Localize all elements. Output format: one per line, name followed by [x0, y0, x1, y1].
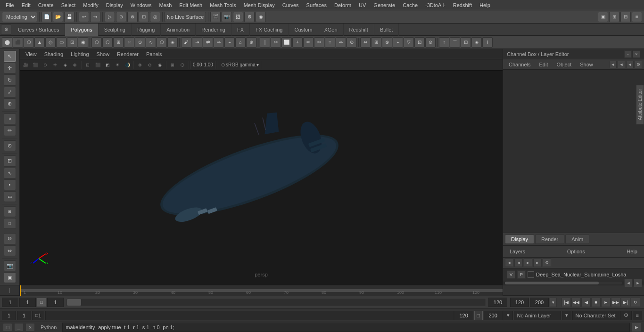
vp-xray-btn[interactable]: ⊗ — [135, 60, 145, 70]
vp-menu-shading[interactable]: Shading — [41, 50, 67, 58]
anim-layer-label[interactable]: No Anim Layer — [514, 311, 561, 320]
pipe-btn[interactable]: ⊙ — [135, 37, 145, 48]
layers-scroll-right2-btn[interactable]: ► — [533, 259, 542, 267]
uv-btn[interactable]: ⊡ — [461, 37, 471, 48]
go-to-end-btn[interactable]: ▶| — [621, 298, 630, 307]
menu-file[interactable]: File — [2, 1, 18, 9]
cube-btn[interactable]: ⬛ — [13, 37, 23, 48]
append-btn[interactable]: + — [292, 37, 303, 48]
vp-menu-lighting[interactable]: Lighting — [67, 50, 93, 58]
snap-btn[interactable]: ⊡ — [139, 12, 149, 22]
scatter-btn[interactable]: ⁙ — [124, 37, 134, 48]
char-set-settings-btn[interactable]: ⚙ — [620, 311, 632, 320]
step-back-btn[interactable]: ◀◀ — [571, 298, 581, 307]
transform-btn[interactable]: ⊕ — [4, 98, 16, 109]
fill-hole-btn[interactable]: ⬜ — [281, 37, 292, 48]
status-field2[interactable] — [17, 311, 31, 320]
vp-solid-btn[interactable]: ⬛ — [93, 60, 102, 70]
combine-btn[interactable]: ⊞ — [371, 37, 381, 48]
snap-to-pt-btn[interactable]: • — [4, 179, 16, 190]
layer-visibility-btn[interactable]: V — [507, 270, 515, 279]
menu-edit[interactable]: Edit — [18, 1, 34, 9]
menu-mesh[interactable]: Mesh — [155, 1, 175, 9]
tab-fx-caching[interactable]: FX Caching — [250, 24, 289, 36]
color-btn[interactable]: ◈ — [471, 37, 482, 48]
vp-snap-btn[interactable]: ✛ — [50, 60, 60, 70]
retopo-btn[interactable]: ⊡ — [414, 37, 425, 48]
poly-icon-btn[interactable]: ▣ — [4, 272, 16, 283]
unit-dropdown-btn[interactable]: ▾ — [504, 311, 513, 320]
vp-shadow-btn[interactable]: 🌒 — [123, 60, 132, 70]
end-frame-field[interactable] — [47, 298, 64, 307]
vp-menu-show[interactable]: Show — [93, 50, 114, 58]
vp-cam3-btn[interactable]: ⊙ — [41, 60, 50, 70]
layers-help[interactable]: Help — [624, 248, 640, 255]
tab-xgen[interactable]: XGen — [318, 24, 343, 36]
camera-btn[interactable]: 📷 — [4, 260, 16, 271]
vp-light-btn[interactable]: ☀ — [113, 60, 122, 70]
save-file-btn[interactable]: 💾 — [64, 12, 74, 22]
soccer-btn[interactable]: ⬡ — [157, 37, 167, 48]
attr-btn[interactable]: ⁞ — [482, 37, 493, 48]
start-frame-field[interactable] — [19, 298, 36, 307]
lasso-select-btn[interactable]: ⌖ — [4, 113, 16, 124]
extrude-btn[interactable]: ⇥ — [192, 37, 202, 48]
vp-texture-btn[interactable]: ◩ — [103, 60, 112, 70]
undo-btn[interactable]: ↩ — [79, 12, 89, 22]
layers-options[interactable]: Options — [564, 248, 588, 255]
bevel-btn[interactable]: ⌂ — [235, 37, 246, 48]
vp-snp2-btn[interactable]: ◈ — [60, 60, 70, 70]
layers-scroll-left-btn[interactable]: ◄ — [505, 259, 513, 267]
menu-curves[interactable]: Curves — [279, 1, 303, 9]
script-run-btn[interactable]: ▶ — [632, 323, 641, 332]
panel-btn1[interactable]: ▣ — [598, 12, 608, 22]
command-line[interactable] — [45, 311, 453, 320]
range-end-field[interactable] — [530, 298, 549, 307]
script-input[interactable] — [62, 323, 630, 332]
tab-rigging[interactable]: Rigging — [132, 24, 161, 36]
cb-scroll-up2-btn[interactable]: ◄ — [618, 61, 625, 68]
channel-box-minimize-btn[interactable]: - — [624, 50, 632, 58]
current-frame-field[interactable] — [2, 298, 18, 307]
tab-fx[interactable]: FX — [231, 24, 250, 36]
layer-item[interactable]: V P Deep_Sea_Nuclear_Submarine_Losha — [503, 268, 644, 281]
layers-scrollbar[interactable]: ◄ ► — [503, 281, 644, 285]
offset-edge-btn[interactable]: ≡ — [325, 37, 335, 48]
workspace-dropdown[interactable]: Modeling — [2, 12, 37, 22]
menu-deform[interactable]: Deform — [330, 1, 355, 9]
vp-highlight-btn[interactable]: ◉ — [155, 60, 165, 70]
panel-btn4[interactable]: ≡ — [632, 12, 642, 22]
vp-isolate-btn[interactable]: ⊙ — [145, 60, 155, 70]
knife-btn[interactable]: ✂ — [271, 37, 281, 48]
end-frame-input[interactable] — [454, 311, 473, 320]
merge-btn[interactable]: ⇒ — [214, 37, 224, 48]
subdiv-btn[interactable]: ⬡ — [91, 37, 102, 48]
mirror-btn[interactable]: ⇔ — [360, 37, 371, 48]
menu-edit-mesh[interactable]: Edit Mesh — [175, 1, 206, 9]
subdiv2-btn[interactable]: ⬡ — [102, 37, 113, 48]
cb-channels-menu[interactable]: Channels — [505, 61, 534, 68]
special-btn[interactable]: ⊡ — [67, 37, 77, 48]
close-window-btn[interactable]: × — [25, 323, 35, 332]
layers-scroll-left2-btn[interactable]: ◄ — [514, 259, 523, 267]
timeline-ruler[interactable]: 1 10 20 30 40 50 60 70 80 90 100 110 120 — [20, 285, 503, 296]
viewport-canvas[interactable]: persp X Y Z — [20, 71, 503, 285]
cb-edit-menu[interactable]: Edit — [535, 61, 552, 68]
layers-scroll-right-btn[interactable]: ► — [524, 259, 532, 267]
soft-select-btn[interactable]: ⊚ — [4, 233, 16, 244]
vp-menu-renderer[interactable]: Renderer — [113, 50, 142, 58]
smooth-btn[interactable]: ⌁ — [224, 37, 235, 48]
menu-modify[interactable]: Modify — [79, 1, 102, 9]
tab-rendering[interactable]: Rendering — [196, 24, 231, 36]
menu-display[interactable]: Display — [102, 1, 127, 9]
vp-hud-btn[interactable]: ⬡ — [178, 60, 187, 70]
vp-grid-btn[interactable]: ⊞ — [168, 60, 177, 70]
panel-btn3[interactable]: ⊟ — [620, 12, 631, 22]
display-tab[interactable]: Display — [505, 235, 534, 244]
new-file-btn[interactable]: 📄 — [41, 12, 52, 22]
render4-btn[interactable]: ⚙ — [244, 12, 255, 22]
status-field1[interactable] — [2, 311, 16, 320]
disc-btn[interactable]: ◉ — [78, 37, 88, 48]
menu-3dtoall[interactable]: -3DtoAll- — [421, 1, 449, 9]
anim-tab[interactable]: Anim — [565, 235, 589, 244]
